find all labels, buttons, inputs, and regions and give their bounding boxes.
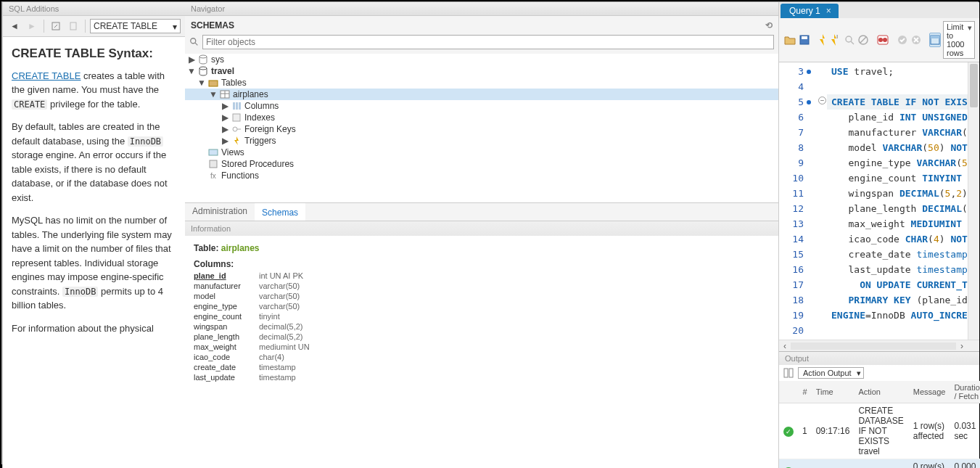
svg-rect-11 xyxy=(233,114,240,121)
table-icon xyxy=(220,89,230,99)
tab-schemas[interactable]: Schemas xyxy=(255,203,305,221)
create-table-link[interactable]: CREATE TABLE xyxy=(12,70,81,81)
tree-item[interactable]: Views xyxy=(221,147,244,157)
svg-rect-18 xyxy=(802,36,807,39)
output-row[interactable]: ✓209:20:51USE travel0 row(s) affected0.0… xyxy=(779,459,980,469)
nav-forward-icon[interactable]: ► xyxy=(25,19,39,33)
chevron-right-icon[interactable]: ▶ xyxy=(221,126,228,133)
horizontal-scrollbar[interactable]: ‹ › xyxy=(779,340,979,351)
save-file-icon[interactable] xyxy=(799,33,810,47)
svg-rect-8 xyxy=(233,102,235,110)
column-name: plane_length xyxy=(194,332,259,342)
success-icon: ✓ xyxy=(783,427,794,437)
column-name: model xyxy=(194,291,259,301)
tree-item[interactable]: Foreign Keys xyxy=(244,124,296,134)
editor-toolbar: I Limit to 1000 rows ▾ ¶ xyxy=(779,18,979,62)
column-type: decimal(5,2) xyxy=(259,332,317,342)
help-content: CREATE TABLE Syntax: CREATE TABLE create… xyxy=(3,37,185,468)
tree-item[interactable]: Columns xyxy=(244,101,279,111)
column-type: varchar(50) xyxy=(259,291,317,301)
query-tab-label: Query 1 xyxy=(789,6,820,16)
tree-item[interactable]: Triggers xyxy=(244,136,276,146)
table-label: Table: xyxy=(194,243,218,253)
sql-editor[interactable]: USE travel; CREATE TABLE IF NOT EXISTS a… xyxy=(827,62,968,340)
chevron-right-icon[interactable]: ▶ xyxy=(188,56,195,63)
column-type: varchar(50) xyxy=(259,301,317,311)
jump-to-icon[interactable] xyxy=(49,19,63,33)
output-panes-icon[interactable] xyxy=(783,368,794,378)
indexes-icon xyxy=(231,112,242,123)
limit-rows-select[interactable]: Limit to 1000 rows ▾ xyxy=(943,21,975,59)
column-name: plane_id xyxy=(194,271,259,281)
folder-icon xyxy=(208,78,218,88)
svg-line-21 xyxy=(851,41,854,44)
filter-objects-input[interactable] xyxy=(202,35,774,49)
svg-point-20 xyxy=(846,36,852,42)
tree-item[interactable]: airplanes xyxy=(233,89,268,99)
svg-point-0 xyxy=(191,38,196,44)
open-file-icon[interactable] xyxy=(783,33,796,47)
search-icon xyxy=(189,37,199,47)
tree-item[interactable]: sys xyxy=(211,54,224,65)
tree-item[interactable]: Stored Procedures xyxy=(221,159,294,169)
toggle-limit-icon[interactable] xyxy=(929,33,941,47)
output-row[interactable]: ✓109:17:16CREATE DATABASE IF NOT EXISTS … xyxy=(779,403,980,459)
chevron-down-icon[interactable]: ▼ xyxy=(210,91,217,98)
execute-current-icon[interactable]: I xyxy=(830,33,841,47)
schemas-label: SCHEMAS xyxy=(191,20,234,30)
svg-rect-39 xyxy=(789,369,793,377)
output-header: Output xyxy=(779,352,979,365)
column-name: wingspan xyxy=(194,321,259,332)
output-mode-select[interactable]: Action Output▾ xyxy=(798,367,864,379)
toggle-autocommit-icon[interactable] xyxy=(876,33,889,47)
column-name: last_update xyxy=(194,372,259,382)
schema-tree[interactable]: ▶sys ▼travel ▼Tables ▼airplanes ▶Columns… xyxy=(185,54,778,202)
chevron-down-icon[interactable]: ▼ xyxy=(198,79,205,86)
svg-rect-10 xyxy=(239,102,241,110)
chevron-right-icon[interactable]: ▶ xyxy=(221,114,228,121)
refresh-icon[interactable]: ⟲ xyxy=(765,20,773,30)
tree-item[interactable]: Tables xyxy=(221,78,247,88)
svg-rect-32 xyxy=(931,36,939,38)
tree-item[interactable]: travel xyxy=(211,66,234,76)
stored-procedures-icon xyxy=(208,159,218,169)
column-name: engine_count xyxy=(194,311,259,321)
functions-icon: fx xyxy=(208,171,218,181)
topic-select[interactable]: CREATE TABLE▾ xyxy=(90,19,181,33)
execute-icon[interactable] xyxy=(818,33,828,47)
database-icon xyxy=(198,54,208,65)
chevron-down-icon[interactable]: ▼ xyxy=(188,67,195,75)
svg-point-3 xyxy=(199,67,207,70)
query-tab[interactable]: Query 1 × xyxy=(781,4,839,18)
sql-additions-header: SQL Additions xyxy=(3,2,185,16)
column-type: varchar(50) xyxy=(259,281,317,291)
information-header: Information xyxy=(185,221,778,236)
column-type: mediumint UN xyxy=(259,342,317,352)
chevron-right-icon[interactable]: ▶ xyxy=(221,137,228,144)
explain-icon[interactable] xyxy=(844,33,855,47)
tree-item[interactable]: Functions xyxy=(221,171,259,181)
stop-icon[interactable] xyxy=(857,33,869,47)
database-icon xyxy=(198,66,208,76)
nav-back-icon[interactable]: ◄ xyxy=(7,19,22,33)
svg-rect-9 xyxy=(236,102,238,110)
svg-rect-4 xyxy=(209,81,218,86)
svg-text:I: I xyxy=(836,34,838,40)
manual-icon[interactable] xyxy=(66,19,81,33)
output-table: # Time Action Message Duration / Fetch ✓… xyxy=(779,381,980,468)
tab-administration[interactable]: Administration xyxy=(185,203,255,221)
rollback-icon[interactable] xyxy=(910,33,922,47)
tree-item[interactable]: Indexes xyxy=(244,112,275,123)
column-name: icao_code xyxy=(194,352,259,362)
column-name: max_weight xyxy=(194,342,259,352)
navigator-header: Navigator xyxy=(185,2,778,16)
columns-label: Columns: xyxy=(194,259,234,269)
close-tab-icon[interactable]: × xyxy=(826,6,831,16)
vertical-scrollbar[interactable] xyxy=(968,62,979,340)
commit-icon[interactable] xyxy=(897,33,908,47)
columns-icon xyxy=(231,101,242,111)
svg-point-2 xyxy=(199,55,207,58)
svg-line-23 xyxy=(860,37,866,43)
column-name: engine_type xyxy=(194,301,259,311)
chevron-right-icon[interactable]: ▶ xyxy=(221,102,228,110)
